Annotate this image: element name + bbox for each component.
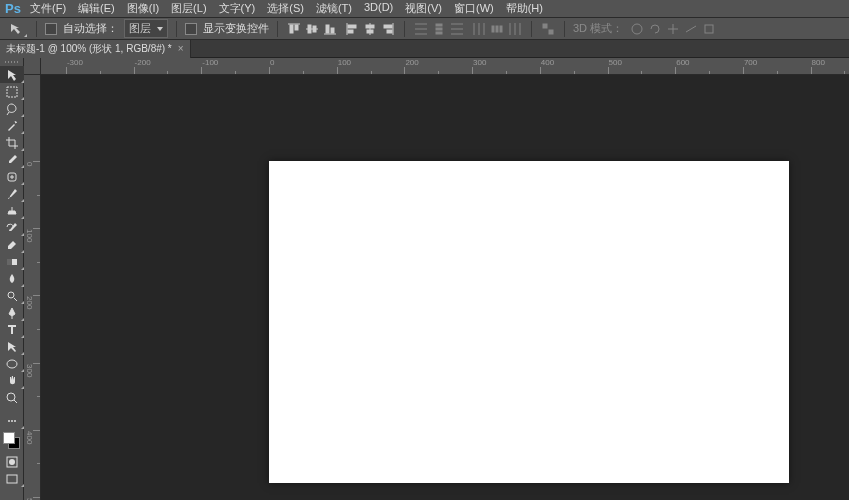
auto-select-dropdown[interactable]: 图层 xyxy=(124,19,168,38)
healing-brush-tool[interactable] xyxy=(0,168,24,185)
svg-point-46 xyxy=(7,393,15,401)
align-vcenter-icon[interactable] xyxy=(304,21,320,37)
canvas[interactable] xyxy=(269,161,789,483)
distribute-right-icon[interactable] xyxy=(507,21,523,37)
roll-3d-icon[interactable] xyxy=(647,21,663,37)
crop-tool[interactable] xyxy=(0,134,24,151)
menu-file[interactable]: 文件(F) xyxy=(24,0,72,18)
menu-edit[interactable]: 编辑(E) xyxy=(72,0,121,18)
orbit-3d-icon[interactable] xyxy=(629,21,645,37)
svg-rect-11 xyxy=(348,30,353,33)
options-bar: 自动选择： 图层 显示变换控件 3D 模式： xyxy=(0,18,849,40)
svg-rect-8 xyxy=(331,28,334,33)
svg-rect-52 xyxy=(7,475,17,483)
vertical-ruler[interactable]: 0100200300400500600 xyxy=(24,75,41,500)
magic-wand-tool[interactable] xyxy=(0,117,24,134)
svg-rect-1 xyxy=(290,25,293,33)
menu-image[interactable]: 图像(I) xyxy=(121,0,165,18)
align-right-icon[interactable] xyxy=(380,21,396,37)
lasso-tool[interactable] xyxy=(0,100,24,117)
svg-point-47 xyxy=(8,420,10,422)
type-tool[interactable] xyxy=(0,321,24,338)
viewport[interactable] xyxy=(41,75,849,500)
path-selection-tool[interactable] xyxy=(0,338,24,355)
svg-rect-36 xyxy=(543,24,547,28)
ruler-origin[interactable] xyxy=(24,58,41,75)
svg-rect-2 xyxy=(295,25,298,30)
active-tool-icon[interactable] xyxy=(4,20,28,38)
screen-mode-icon[interactable] xyxy=(0,470,24,487)
menu-layer[interactable]: 图层(L) xyxy=(165,0,212,18)
show-transform-checkbox[interactable] xyxy=(185,23,197,35)
color-swatches[interactable] xyxy=(0,429,23,453)
close-tab-icon[interactable]: × xyxy=(178,43,184,54)
toolbox xyxy=(0,58,24,500)
svg-rect-7 xyxy=(326,25,329,33)
eyedropper-tool[interactable] xyxy=(0,151,24,168)
zoom-tool[interactable] xyxy=(0,389,24,406)
menu-filter[interactable]: 滤镜(T) xyxy=(310,0,358,18)
svg-rect-5 xyxy=(313,26,316,32)
auto-select-checkbox[interactable] xyxy=(45,23,57,35)
align-left-icon[interactable] xyxy=(344,21,360,37)
marquee-tool[interactable] xyxy=(0,83,24,100)
svg-rect-30 xyxy=(492,26,494,32)
svg-rect-4 xyxy=(308,25,311,33)
distribute-left-icon[interactable] xyxy=(471,21,487,37)
distribute-top-icon[interactable] xyxy=(413,21,429,37)
document-tab-title: 未标题-1 @ 100% (形状 1, RGB/8#) * xyxy=(6,42,172,56)
distribute-hcenter-icon[interactable] xyxy=(489,21,505,37)
svg-point-38 xyxy=(632,24,642,34)
move-tool[interactable] xyxy=(0,66,24,83)
workspace: -300-200-1000100200300400500600700800 01… xyxy=(0,58,849,500)
svg-rect-16 xyxy=(384,25,392,28)
auto-align-icon[interactable] xyxy=(540,21,556,37)
scale-3d-icon[interactable] xyxy=(701,21,717,37)
align-top-icon[interactable] xyxy=(286,21,302,37)
menu-type[interactable]: 文字(Y) xyxy=(213,0,262,18)
align-bottom-icon[interactable] xyxy=(322,21,338,37)
svg-rect-23 xyxy=(436,32,442,34)
app-logo: Ps xyxy=(2,0,24,18)
horizontal-ruler[interactable]: -300-200-1000100200300400500600700800 xyxy=(41,58,849,75)
svg-rect-13 xyxy=(366,25,374,28)
distribute-bottom-icon[interactable] xyxy=(449,21,465,37)
pen-tool[interactable] xyxy=(0,304,24,321)
gradient-tool[interactable] xyxy=(0,253,24,270)
svg-rect-22 xyxy=(436,28,442,30)
svg-rect-31 xyxy=(496,26,498,32)
menu-select[interactable]: 选择(S) xyxy=(261,0,310,18)
pan-3d-icon[interactable] xyxy=(665,21,681,37)
history-brush-tool[interactable] xyxy=(0,219,24,236)
align-hcenter-icon[interactable] xyxy=(362,21,378,37)
blur-tool[interactable] xyxy=(0,270,24,287)
svg-point-44 xyxy=(8,292,14,298)
hand-tool[interactable] xyxy=(0,372,24,389)
distribute-vcenter-icon[interactable] xyxy=(431,21,447,37)
menu-view[interactable]: 视图(V) xyxy=(399,0,448,18)
slide-3d-icon[interactable] xyxy=(683,21,699,37)
dodge-tool[interactable] xyxy=(0,287,24,304)
shape-tool[interactable] xyxy=(0,355,24,372)
menu-window[interactable]: 窗口(W) xyxy=(448,0,500,18)
document-tab[interactable]: 未标题-1 @ 100% (形状 1, RGB/8#) * × xyxy=(0,40,191,58)
toolbox-grabber[interactable] xyxy=(0,58,23,66)
align-layers-group xyxy=(286,21,338,37)
auto-select-label: 自动选择： xyxy=(63,21,118,36)
menu-3d[interactable]: 3D(D) xyxy=(358,0,399,18)
quick-mask-icon[interactable] xyxy=(0,453,24,470)
menu-help[interactable]: 帮助(H) xyxy=(500,0,549,18)
brush-tool[interactable] xyxy=(0,185,24,202)
menu-bar: Ps 文件(F)编辑(E)图像(I)图层(L)文字(Y)选择(S)滤镜(T)3D… xyxy=(0,0,849,18)
svg-rect-32 xyxy=(500,26,502,32)
svg-rect-39 xyxy=(705,25,713,33)
edit-toolbar-icon[interactable] xyxy=(0,412,24,429)
svg-point-51 xyxy=(9,459,15,465)
show-transform-label: 显示变换控件 xyxy=(203,21,269,36)
svg-rect-43 xyxy=(7,259,12,265)
svg-rect-40 xyxy=(7,87,17,97)
clone-stamp-tool[interactable] xyxy=(0,202,24,219)
eraser-tool[interactable] xyxy=(0,236,24,253)
document-tab-bar: 未标题-1 @ 100% (形状 1, RGB/8#) * × xyxy=(0,40,849,58)
svg-rect-17 xyxy=(387,30,392,33)
